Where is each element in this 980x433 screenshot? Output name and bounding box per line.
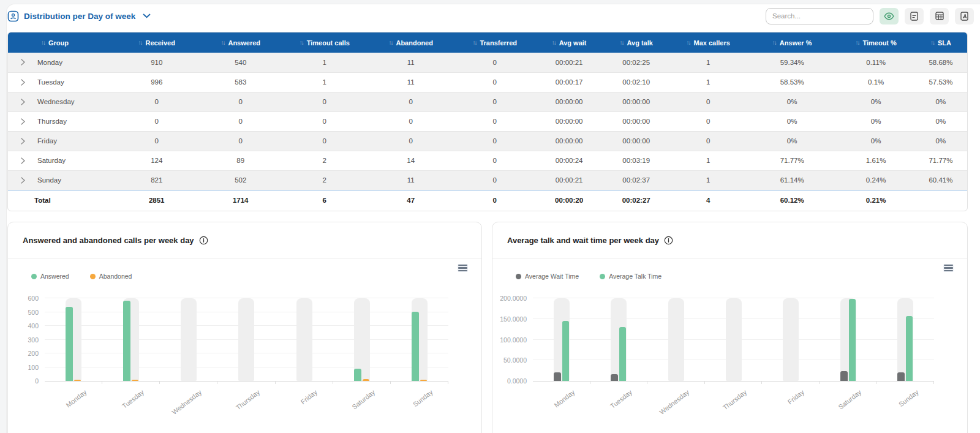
table-cell: 996 [113,72,200,92]
x-axis-label: Tuesday [608,388,633,410]
table-cell: 0 [368,92,454,111]
column-header-avg-wait[interactable]: ↑↓Avg wait [535,32,603,53]
total-cell: 0.21% [838,190,914,211]
category-background-band [668,298,684,381]
chart-legend: Average Wait TimeAverage Talk Time [516,273,952,280]
bar-abandoned [363,379,369,381]
table-cell: 00:00:00 [603,92,670,111]
table-cell: 0.11% [838,53,914,72]
legend-item[interactable]: Average Wait Time [516,273,579,280]
x-axis-label: Thursday [234,388,261,412]
table-cell: 0 [670,111,747,131]
bar-average-wait-time [897,372,905,381]
table-cell: 0.24% [838,170,914,190]
chart-plot: 0.000050.0000100.0000150.0000200.0000Mon… [533,298,934,382]
table-row[interactable]: Saturday12489214000:00:2400:03:19171.77%… [8,151,967,170]
group-label: Monday [37,59,62,66]
report-selector[interactable]: Distribution per Day of week [7,10,151,22]
column-header-label: Answer % [780,39,812,47]
info-icon[interactable] [199,236,208,245]
table-cell: 0% [914,111,967,131]
toolbar-actions [766,8,974,24]
table-row[interactable]: Tuesday996583111000:00:1700:02:10158.53%… [8,72,967,92]
document-icon [910,12,918,21]
column-header-transferred[interactable]: ↑↓Transferred [454,32,535,53]
chevron-down-icon [143,13,151,18]
chart-body: AnsweredAbandoned 0100200300400500600Mon… [8,259,481,382]
charts-row: Answered and abandoned calls per week da… [7,222,968,433]
hamburger-menu-icon[interactable] [458,264,468,272]
chart-body: Average Wait TimeAverage Talk Time 0.000… [492,259,967,382]
row-expand-icon[interactable] [21,157,25,164]
bar-answered [66,307,73,382]
x-axis-label: Thursday [721,388,748,412]
table-cell: 0 [454,131,535,151]
distribution-table: ↑↓Group↑↓Received↑↓Answered↑↓Timeout cal… [8,32,967,211]
table-cell: 0 [200,111,281,131]
table-cell: 0 [281,131,368,151]
category-tuesday: Tuesday [590,298,648,381]
table-cell: Monday [8,53,113,72]
hamburger-menu-icon[interactable] [943,264,954,272]
table-cell: 00:00:24 [535,151,603,170]
legend-item[interactable]: Abandoned [90,273,132,280]
table-cell: 0 [200,92,281,111]
talk-wait-chart-card: Average talk and wait time per week day … [492,222,968,433]
row-expand-icon[interactable] [21,79,25,86]
chart-header: Answered and abandoned calls per week da… [8,222,481,259]
row-expand-icon[interactable] [21,118,25,125]
column-header-label: Answered [228,39,260,47]
category-monday: Monday [45,298,102,381]
x-axis-label: Monday [552,388,576,409]
column-header-answer-[interactable]: ↑↓Answer % [747,32,838,53]
table-cell: Wednesday [8,92,113,111]
row-expand-icon[interactable] [21,138,25,145]
export-pdf-button[interactable] [955,8,974,24]
export-spreadsheet-button[interactable] [930,8,949,24]
table-row[interactable]: Friday0000000:00:0000:00:0000%0%0% [8,131,967,151]
visibility-button[interactable] [880,8,899,24]
table-row[interactable]: Wednesday0000000:00:0000:00:0000%0%0% [8,92,967,111]
legend-label: Answered [40,273,69,280]
table-cell: 540 [200,53,281,72]
column-header-max-callers[interactable]: ↑↓Max callers [670,32,747,53]
category-wednesday: Wednesday [647,298,705,381]
group-label: Thursday [37,118,67,125]
column-header-timeout-[interactable]: ↑↓Timeout % [838,32,914,53]
column-header-answered[interactable]: ↑↓Answered [200,32,281,53]
y-axis-tick-label: 50.0000 [503,356,527,364]
table-row[interactable]: Monday910540111000:00:2100:02:25159.34%0… [8,53,967,72]
bar-average-talk-time [562,321,569,381]
spreadsheet-icon [935,12,944,20]
row-expand-icon[interactable] [21,99,25,105]
search-input[interactable] [766,8,873,24]
table-row[interactable]: Sunday821502211000:00:2100:02:37161.14%0… [8,170,967,190]
categories: MondayTuesdayWednesdayThursdayFridaySatu… [45,298,448,381]
row-expand-icon[interactable] [21,59,25,66]
bar-average-talk-time [619,327,626,381]
table-cell: 0% [747,111,838,131]
table-cell: 57.53% [914,72,967,92]
y-axis-tick-label: 150.0000 [500,315,527,323]
column-header-avg-talk[interactable]: ↑↓Avg talk [603,32,670,53]
column-header-group[interactable]: ↑↓Group [8,32,113,53]
table-cell: 00:00:00 [535,131,603,151]
y-axis-tick-label: 100 [28,364,39,371]
column-header-timeout-calls[interactable]: ↑↓Timeout calls [281,32,368,53]
legend-dot [600,274,605,279]
column-header-sla[interactable]: ↑↓SLA [914,32,967,53]
table-cell: 89 [200,151,281,170]
column-header-abandoned[interactable]: ↑↓Abandoned [368,32,454,53]
column-header-label: Timeout % [862,39,896,47]
legend-item[interactable]: Average Talk Time [600,273,662,280]
column-header-received[interactable]: ↑↓Received [113,32,200,53]
table-cell: 0 [113,92,200,111]
info-icon[interactable] [664,236,673,245]
bar-average-talk-time [849,299,856,381]
legend-item[interactable]: Answered [31,273,69,280]
export-doc-button[interactable] [905,8,924,24]
sort-icon: ↑↓ [300,39,303,46]
table-row[interactable]: Thursday0000000:00:0000:00:0000%0%0% [8,111,967,131]
row-expand-icon[interactable] [21,177,25,184]
eye-icon [884,12,894,20]
